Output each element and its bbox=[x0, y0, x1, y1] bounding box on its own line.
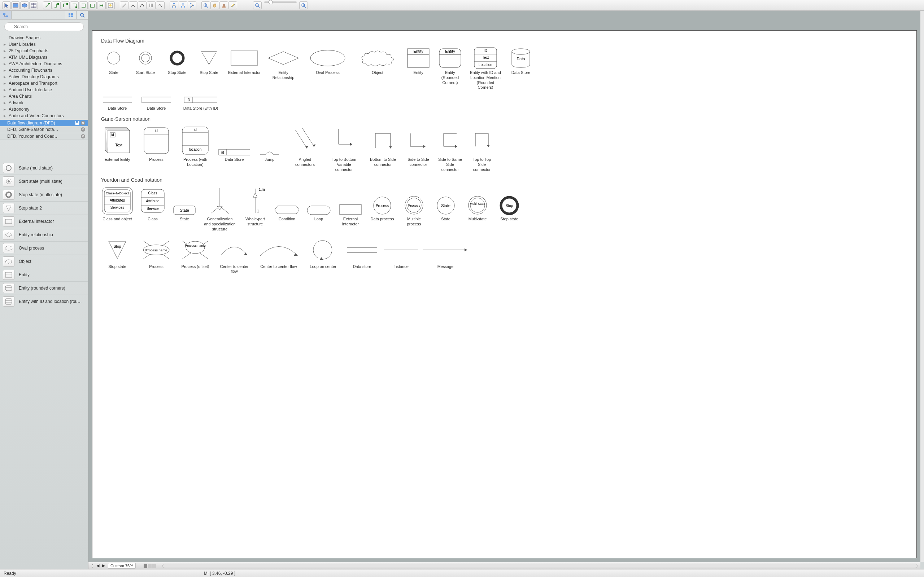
shape-yc-external[interactable]: External interactor bbox=[338, 187, 363, 232]
zoom-in-icon[interactable] bbox=[201, 2, 210, 10]
hand-icon[interactable] bbox=[210, 2, 219, 10]
zoom-slider[interactable] bbox=[264, 2, 297, 3]
search-tab-icon[interactable] bbox=[76, 11, 88, 19]
connector-2-icon[interactable] bbox=[52, 2, 61, 10]
shape-yc-stop-state[interactable]: StopStop state bbox=[497, 187, 501, 232]
tree-item[interactable]: User Libraries bbox=[0, 41, 88, 48]
shape-class-and-object[interactable]: Class-&-ObjectAttributesServicesClass an… bbox=[101, 187, 134, 232]
stencil-item[interactable]: Entity with ID and location (rou… bbox=[0, 295, 89, 308]
zoom-in-btn-icon[interactable] bbox=[299, 2, 308, 10]
stencil-item[interactable]: Start state (multi state) bbox=[0, 175, 89, 188]
grid-view-icon[interactable] bbox=[65, 11, 76, 19]
stamp-icon[interactable] bbox=[220, 2, 228, 10]
active-library[interactable]: Data flow diagram (DFD) ✕ bbox=[0, 120, 88, 126]
tree-item[interactable]: Android User Interface bbox=[0, 87, 88, 93]
tree-item[interactable]: Audio and Video Connectors bbox=[0, 113, 88, 119]
shape-stop-state[interactable]: Stop State bbox=[165, 47, 190, 90]
tree-2-icon[interactable] bbox=[179, 2, 187, 10]
stencil-item[interactable]: Stop state 2 bbox=[0, 201, 89, 215]
open-library[interactable]: DFD, Yourdon and Coad…✕ bbox=[0, 133, 88, 140]
tree-item[interactable]: Accounting Flowcharts bbox=[0, 67, 88, 74]
tree-item[interactable]: Area Charts bbox=[0, 93, 88, 100]
shape-entity[interactable]: EntityEntity bbox=[406, 47, 431, 90]
tree-item[interactable]: Astronomy bbox=[0, 106, 88, 113]
zoom-out-btn-icon[interactable] bbox=[253, 2, 262, 10]
shape-multiple-process[interactable]: ProcessMultiple process bbox=[401, 187, 426, 232]
line-1-icon[interactable] bbox=[120, 2, 129, 10]
rect-icon[interactable] bbox=[11, 2, 20, 10]
shape-class[interactable]: ClassAttributeServiceClass bbox=[140, 187, 165, 232]
shape-jump[interactable]: Jump bbox=[257, 126, 282, 172]
shape-loop-on-center[interactable]: Loop on center bbox=[307, 237, 339, 274]
tree-3-icon[interactable] bbox=[188, 2, 196, 10]
tree-1-icon[interactable] bbox=[170, 2, 178, 10]
open-library[interactable]: DFD, Gane-Sarson nota…✕ bbox=[0, 126, 88, 133]
shape-object[interactable]: Object bbox=[356, 47, 399, 90]
shape-ctc-flow-2[interactable]: Center to center flow bbox=[257, 237, 300, 274]
shape-multi-state[interactable]: Multi-StateMulti-state bbox=[465, 187, 490, 232]
shape-ctc-flow-1[interactable]: Center to center flow bbox=[218, 237, 250, 274]
line-3-icon[interactable] bbox=[138, 2, 147, 10]
shape-generalization[interactable]: Generalization and specialization struct… bbox=[204, 187, 236, 232]
shape-data-store-2[interactable]: Data Store bbox=[140, 95, 173, 111]
tree-item[interactable]: Artwork bbox=[0, 100, 88, 106]
shape-state[interactable]: State bbox=[101, 47, 126, 90]
shape-message[interactable]: Message bbox=[424, 237, 467, 274]
shape-entity-relationship[interactable]: Entity Relationship bbox=[267, 47, 300, 90]
shape-yc-state[interactable]: StateState bbox=[172, 187, 197, 232]
stencil-item[interactable]: Entity (rounded corners) bbox=[0, 282, 89, 295]
tree-item[interactable]: Drawing Shapes bbox=[0, 35, 88, 41]
shape-gane-data-store[interactable]: idData Store bbox=[218, 126, 250, 172]
line-2-icon[interactable] bbox=[129, 2, 137, 10]
line-5-icon[interactable] bbox=[156, 2, 165, 10]
stencil-item[interactable]: Stop state (multi state) bbox=[0, 188, 89, 201]
shape-condition[interactable]: Condition bbox=[274, 187, 300, 232]
close-icon[interactable]: ✕ bbox=[81, 121, 85, 125]
connector-5-icon[interactable] bbox=[79, 2, 88, 10]
stencil-item[interactable]: Entity relationship bbox=[0, 228, 89, 242]
tree-item[interactable]: AWS Architecture Diagrams bbox=[0, 61, 88, 67]
shape-stop-state-2[interactable]: Stop State bbox=[196, 47, 221, 90]
shape-external-entity[interactable]: idTextExternal Entity bbox=[101, 126, 134, 172]
shape-loop[interactable]: Loop bbox=[306, 187, 331, 232]
line-4-icon[interactable] bbox=[147, 2, 155, 10]
library-tab-icon[interactable] bbox=[0, 11, 11, 19]
connector-6-icon[interactable] bbox=[88, 2, 97, 10]
ellipse-icon[interactable] bbox=[20, 2, 29, 10]
shape-sts-connector[interactable]: Side to Side connector bbox=[406, 126, 431, 172]
stencil-item[interactable]: Oval process bbox=[0, 242, 89, 255]
connector-1-icon[interactable] bbox=[43, 2, 52, 10]
shape-yc-state-circle[interactable]: StateState bbox=[433, 187, 459, 232]
shape-ttb-connector[interactable]: Top to Bottom Variable connector bbox=[328, 126, 360, 172]
stencil-item[interactable]: State (multi state) bbox=[0, 161, 89, 175]
tree-item[interactable]: 25 Typical Orgcharts bbox=[0, 48, 88, 54]
connector-4-icon[interactable] bbox=[70, 2, 79, 10]
shape-yc-data-store[interactable]: Data store bbox=[346, 237, 378, 274]
connector-7-icon[interactable] bbox=[97, 2, 106, 10]
shape-whole-part[interactable]: 1,m1Whole-part structure bbox=[242, 187, 268, 232]
shape-stss-connector[interactable]: Side to Same Side connector bbox=[438, 126, 463, 172]
tree-item[interactable]: Aerospace and Transport bbox=[0, 80, 88, 87]
shape-ttt-connector[interactable]: Top to Top Side connector bbox=[469, 126, 494, 172]
shape-yc-process[interactable]: Process nameProcess bbox=[140, 237, 173, 274]
close-icon[interactable]: ✕ bbox=[81, 127, 85, 132]
shape-process[interactable]: idProcess bbox=[140, 126, 173, 172]
table-icon[interactable] bbox=[29, 2, 38, 10]
shape-oval-process[interactable]: Oval Process bbox=[306, 47, 349, 90]
shape-angled-connectors[interactable]: Angled connectors bbox=[289, 126, 321, 172]
canvas[interactable]: Data Flow Diagram State Start State Stop… bbox=[89, 11, 501, 313]
close-icon[interactable]: ✕ bbox=[81, 134, 85, 139]
pointer-icon[interactable] bbox=[2, 2, 11, 10]
stencil-item[interactable]: External interactor bbox=[0, 215, 89, 228]
tree-item[interactable]: ATM UML Diagrams bbox=[0, 54, 88, 61]
shape-bts-connector[interactable]: Bottom to Side connector bbox=[367, 126, 399, 172]
shape-data-process[interactable]: ProcessData process bbox=[370, 187, 395, 232]
shape-external-interactor[interactable]: External Interactor bbox=[228, 47, 261, 90]
stencil-item[interactable]: Entity bbox=[0, 268, 89, 282]
save-icon[interactable] bbox=[75, 121, 79, 125]
tree-item[interactable]: Active Directory Diagrams bbox=[0, 74, 88, 80]
stencil-item[interactable]: Object bbox=[0, 255, 89, 268]
shape-entity-rounded[interactable]: EntityEntity (Rounded Corners) bbox=[438, 47, 463, 90]
shape-stop-state-tri[interactable]: StopStop state bbox=[101, 237, 134, 274]
shape-entity-id-location[interactable]: IDTextLocationEntity with ID and Locatio… bbox=[469, 47, 501, 90]
